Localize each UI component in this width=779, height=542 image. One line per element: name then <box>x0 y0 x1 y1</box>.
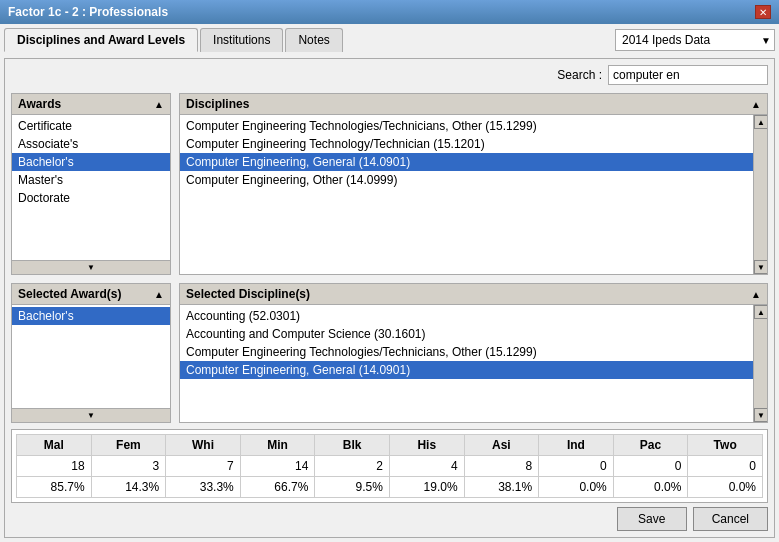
val-ind: 0 <box>539 456 614 477</box>
awards-scroll-down-icon[interactable]: ▼ <box>12 260 170 274</box>
selected-disciplines-scrollbar[interactable]: ▲ ▼ <box>753 305 767 422</box>
stats-percent-row: 85.7% 14.3% 33.3% 66.7% 9.5% 19.0% 38.1%… <box>17 477 763 498</box>
col-asi: Asi <box>464 435 539 456</box>
list-item[interactable]: Bachelor's <box>12 153 170 171</box>
val-min: 14 <box>240 456 315 477</box>
val-pac: 0 <box>613 456 688 477</box>
pct-two: 0.0% <box>688 477 763 498</box>
list-item[interactable]: Computer Engineering Technology/Technici… <box>180 135 753 153</box>
col-pac: Pac <box>613 435 688 456</box>
selected-disciplines-panel-inner: Accounting (52.0301) Accounting and Comp… <box>180 305 767 422</box>
list-item[interactable]: Computer Engineering, General (14.0901) <box>180 153 753 171</box>
disciplines-panel-inner: Computer Engineering Technologies/Techni… <box>180 115 767 274</box>
save-button[interactable]: Save <box>617 507 687 531</box>
search-row: Search : <box>11 65 768 85</box>
disciplines-scroll-down-btn[interactable]: ▼ <box>754 260 767 274</box>
disciplines-scrollbar[interactable]: ▲ ▼ <box>753 115 767 274</box>
pct-ind: 0.0% <box>539 477 614 498</box>
selected-awards-header: Selected Award(s) ▲ <box>12 284 170 305</box>
content-area: Search : Awards ▲ Certificate Associate'… <box>4 58 775 538</box>
cancel-button[interactable]: Cancel <box>693 507 768 531</box>
selected-disciplines-list: Accounting (52.0301) Accounting and Comp… <box>180 305 753 422</box>
list-item[interactable]: Computer Engineering Technologies/Techni… <box>180 343 753 361</box>
tabs: Disciplines and Award Levels Institution… <box>4 28 343 52</box>
search-input[interactable] <box>608 65 768 85</box>
val-mal: 18 <box>17 456 92 477</box>
pct-min: 66.7% <box>240 477 315 498</box>
disciplines-panel-header: Disciplines ▲ <box>180 94 767 115</box>
col-two: Two <box>688 435 763 456</box>
stats-header-row: Mal Fem Whi Min Blk His Asi Ind Pac Two <box>17 435 763 456</box>
awards-header-label: Awards <box>18 97 61 111</box>
stats-area: Mal Fem Whi Min Blk His Asi Ind Pac Two <box>11 429 768 503</box>
val-asi: 8 <box>464 456 539 477</box>
col-fem: Fem <box>91 435 166 456</box>
selected-awards-scroll-up-icon[interactable]: ▲ <box>154 289 164 300</box>
disciplines-scroll-up-btn[interactable]: ▲ <box>754 115 767 129</box>
val-fem: 3 <box>91 456 166 477</box>
top-panels: Awards ▲ Certificate Associate's Bachelo… <box>11 93 768 275</box>
selected-awards-list: Bachelor's <box>12 305 170 408</box>
list-item[interactable]: Doctorate <box>12 189 170 207</box>
awards-list: Certificate Associate's Bachelor's Maste… <box>12 115 170 260</box>
pct-pac: 0.0% <box>613 477 688 498</box>
list-item[interactable]: Bachelor's <box>12 307 170 325</box>
selected-awards-header-label: Selected Award(s) <box>18 287 121 301</box>
pct-his: 19.0% <box>389 477 464 498</box>
pct-fem: 14.3% <box>91 477 166 498</box>
disciplines-header-label: Disciplines <box>186 97 249 111</box>
selected-disciplines-scroll-up-btn[interactable]: ▲ <box>754 305 767 319</box>
val-his: 4 <box>389 456 464 477</box>
val-two: 0 <box>688 456 763 477</box>
col-blk: Blk <box>315 435 390 456</box>
pct-asi: 38.1% <box>464 477 539 498</box>
disciplines-list: Computer Engineering Technologies/Techni… <box>180 115 753 274</box>
selected-disciplines-panel: Selected Discipline(s) ▲ Accounting (52.… <box>179 283 768 423</box>
stats-value-row: 18 3 7 14 2 4 8 0 0 0 <box>17 456 763 477</box>
title-bar: Factor 1c - 2 : Professionals ✕ <box>0 0 779 24</box>
list-item[interactable]: Accounting and Computer Science (30.1601… <box>180 325 753 343</box>
list-item[interactable]: Accounting (52.0301) <box>180 307 753 325</box>
selected-awards-scroll-down-icon[interactable]: ▼ <box>12 408 170 422</box>
col-ind: Ind <box>539 435 614 456</box>
stats-table: Mal Fem Whi Min Blk His Asi Ind Pac Two <box>16 434 763 498</box>
selected-disciplines-scroll-down-btn[interactable]: ▼ <box>754 408 767 422</box>
data-source-dropdown-wrapper: 2014 Ipeds Data <box>615 29 775 51</box>
list-item[interactable]: Computer Engineering, General (14.0901) <box>180 361 753 379</box>
button-row: Save Cancel <box>11 503 768 531</box>
window-title: Factor 1c - 2 : Professionals <box>8 5 168 19</box>
selected-disciplines-scroll-up-icon[interactable]: ▲ <box>751 289 761 300</box>
val-whi: 7 <box>166 456 241 477</box>
close-button[interactable]: ✕ <box>755 5 771 19</box>
tab-notes[interactable]: Notes <box>285 28 342 52</box>
selected-disciplines-header-label: Selected Discipline(s) <box>186 287 310 301</box>
pct-whi: 33.3% <box>166 477 241 498</box>
col-whi: Whi <box>166 435 241 456</box>
tab-institutions[interactable]: Institutions <box>200 28 283 52</box>
awards-panel-header: Awards ▲ <box>12 94 170 115</box>
tab-row: Disciplines and Award Levels Institution… <box>4 28 775 52</box>
awards-panel: Awards ▲ Certificate Associate's Bachelo… <box>11 93 171 275</box>
selected-awards-panel: Selected Award(s) ▲ Bachelor's ▼ <box>11 283 171 423</box>
data-source-dropdown[interactable]: 2014 Ipeds Data <box>615 29 775 51</box>
list-item[interactable]: Computer Engineering Technologies/Techni… <box>180 117 753 135</box>
val-blk: 2 <box>315 456 390 477</box>
bottom-panels: Selected Award(s) ▲ Bachelor's ▼ Selecte… <box>11 283 768 423</box>
col-mal: Mal <box>17 435 92 456</box>
disciplines-scroll-up-icon[interactable]: ▲ <box>751 99 761 110</box>
disciplines-panel: Disciplines ▲ Computer Engineering Techn… <box>179 93 768 275</box>
list-item[interactable]: Computer Engineering, Other (14.0999) <box>180 171 753 189</box>
list-item[interactable]: Associate's <box>12 135 170 153</box>
pct-mal: 85.7% <box>17 477 92 498</box>
list-item[interactable]: Master's <box>12 171 170 189</box>
selected-disciplines-header: Selected Discipline(s) ▲ <box>180 284 767 305</box>
search-label: Search : <box>557 68 602 82</box>
awards-scroll-up-icon[interactable]: ▲ <box>154 99 164 110</box>
col-his: His <box>389 435 464 456</box>
tab-disciplines[interactable]: Disciplines and Award Levels <box>4 28 198 52</box>
list-item[interactable]: Certificate <box>12 117 170 135</box>
col-min: Min <box>240 435 315 456</box>
pct-blk: 9.5% <box>315 477 390 498</box>
main-container: Disciplines and Award Levels Institution… <box>0 24 779 542</box>
